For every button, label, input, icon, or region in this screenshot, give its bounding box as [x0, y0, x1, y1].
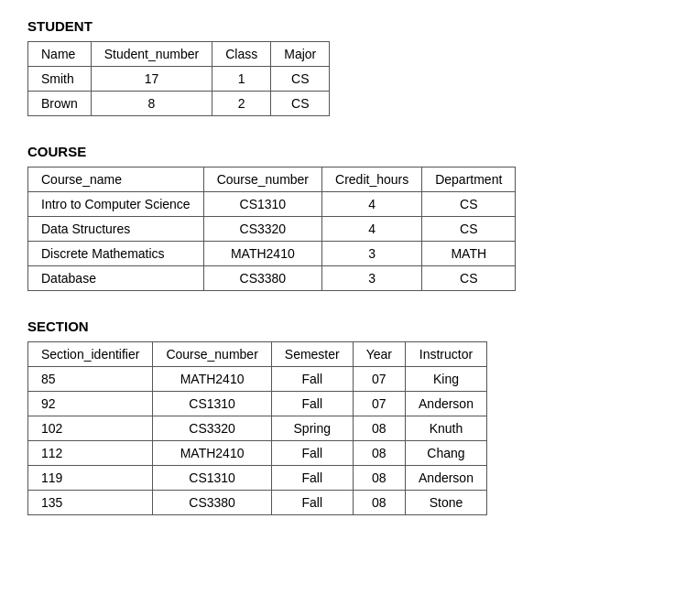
table-cell: MATH2410: [203, 242, 321, 266]
table-cell: CS3320: [153, 416, 271, 441]
section-title: SECTION: [27, 319, 659, 334]
table-cell: 102: [28, 416, 153, 441]
section-table: Section_identifierCourse_numberSemesterY…: [27, 341, 487, 515]
table-cell: CS1310: [153, 392, 271, 416]
table-row: Discrete MathematicsMATH24103MATH: [28, 242, 516, 266]
course-table: Course_nameCourse_numberCredit_hoursDepa…: [27, 167, 516, 291]
column-header: Department: [422, 168, 516, 192]
course-section: COURSE Course_nameCourse_numberCredit_ho…: [27, 144, 659, 291]
section-header-row: Section_identifierCourse_numberSemesterY…: [28, 342, 487, 367]
table-cell: 4: [322, 217, 422, 242]
table-cell: 85: [28, 367, 153, 392]
section-body: 85MATH2410Fall07King92CS1310Fall07Anders…: [28, 367, 487, 515]
table-cell: 8: [91, 92, 212, 116]
course-title: COURSE: [27, 144, 659, 159]
table-row: 119CS1310Fall08Anderson: [28, 466, 487, 491]
table-row: Data StructuresCS33204CS: [28, 217, 516, 242]
table-cell: Data Structures: [28, 217, 204, 242]
table-row: Intro to Computer ScienceCS13104CS: [28, 192, 516, 217]
table-cell: Fall: [271, 491, 353, 515]
table-row: 85MATH2410Fall07King: [28, 367, 487, 392]
table-cell: 08: [353, 491, 405, 515]
table-cell: Intro to Computer Science: [28, 192, 204, 217]
table-cell: CS: [271, 67, 330, 92]
table-row: 92CS1310Fall07Anderson: [28, 392, 487, 416]
table-cell: 08: [353, 416, 405, 441]
column-header: Student_number: [91, 42, 212, 67]
table-cell: Chang: [406, 441, 487, 466]
table-row: DatabaseCS33803CS: [28, 266, 516, 291]
table-cell: CS3320: [203, 217, 321, 242]
table-cell: CS1310: [153, 466, 271, 491]
column-header: Course_name: [28, 168, 204, 192]
column-header: Section_identifier: [28, 342, 153, 367]
column-header: Class: [212, 42, 271, 67]
student-table: NameStudent_numberClassMajor Smith171CSB…: [27, 41, 330, 116]
table-cell: CS: [271, 92, 330, 116]
table-cell: Fall: [271, 466, 353, 491]
column-header: Course_number: [203, 168, 321, 192]
course-header-row: Course_nameCourse_numberCredit_hoursDepa…: [28, 168, 516, 192]
student-title: STUDENT: [27, 18, 659, 34]
table-cell: Smith: [28, 67, 92, 92]
table-cell: CS3380: [153, 491, 271, 515]
table-cell: Anderson: [406, 466, 487, 491]
table-row: 102CS3320Spring08Knuth: [28, 416, 487, 441]
table-cell: MATH: [422, 242, 516, 266]
table-cell: 2: [212, 92, 271, 116]
table-cell: 92: [28, 392, 153, 416]
column-header: Credit_hours: [322, 168, 422, 192]
table-row: Smith171CS: [28, 67, 330, 92]
column-header: Semester: [271, 342, 353, 367]
table-cell: 3: [322, 266, 422, 291]
table-row: Brown82CS: [28, 92, 330, 116]
table-cell: 08: [353, 441, 405, 466]
column-header: Major: [271, 42, 330, 67]
column-header: Year: [353, 342, 405, 367]
table-cell: Spring: [271, 416, 353, 441]
column-header: Course_number: [153, 342, 271, 367]
table-cell: 07: [353, 392, 405, 416]
table-row: 135CS3380Fall08Stone: [28, 491, 487, 515]
table-cell: Fall: [271, 441, 353, 466]
table-cell: MATH2410: [153, 367, 271, 392]
table-cell: CS3380: [203, 266, 321, 291]
table-cell: Brown: [28, 92, 92, 116]
table-row: 112MATH2410Fall08Chang: [28, 441, 487, 466]
table-cell: Stone: [406, 491, 487, 515]
table-cell: CS1310: [203, 192, 321, 217]
course-body: Intro to Computer ScienceCS13104CSData S…: [28, 192, 516, 291]
table-cell: 135: [28, 491, 153, 515]
table-cell: 119: [28, 466, 153, 491]
table-cell: Fall: [271, 392, 353, 416]
student-header-row: NameStudent_numberClassMajor: [28, 42, 330, 67]
table-cell: 17: [91, 67, 212, 92]
table-cell: CS: [422, 266, 516, 291]
table-cell: Fall: [271, 367, 353, 392]
table-cell: 4: [322, 192, 422, 217]
table-cell: Anderson: [406, 392, 487, 416]
student-body: Smith171CSBrown82CS: [28, 67, 330, 116]
table-cell: 112: [28, 441, 153, 466]
table-cell: Discrete Mathematics: [28, 242, 204, 266]
table-cell: CS: [422, 192, 516, 217]
student-section: STUDENT NameStudent_numberClassMajor Smi…: [27, 18, 659, 116]
section-section: SECTION Section_identifierCourse_numberS…: [27, 319, 659, 515]
column-header: Name: [28, 42, 92, 67]
table-cell: 08: [353, 466, 405, 491]
table-cell: 07: [353, 367, 405, 392]
table-cell: Knuth: [406, 416, 487, 441]
table-cell: MATH2410: [153, 441, 271, 466]
table-cell: King: [406, 367, 487, 392]
table-cell: CS: [422, 217, 516, 242]
table-cell: Database: [28, 266, 204, 291]
table-cell: 1: [212, 67, 271, 92]
table-cell: 3: [322, 242, 422, 266]
column-header: Instructor: [406, 342, 487, 367]
